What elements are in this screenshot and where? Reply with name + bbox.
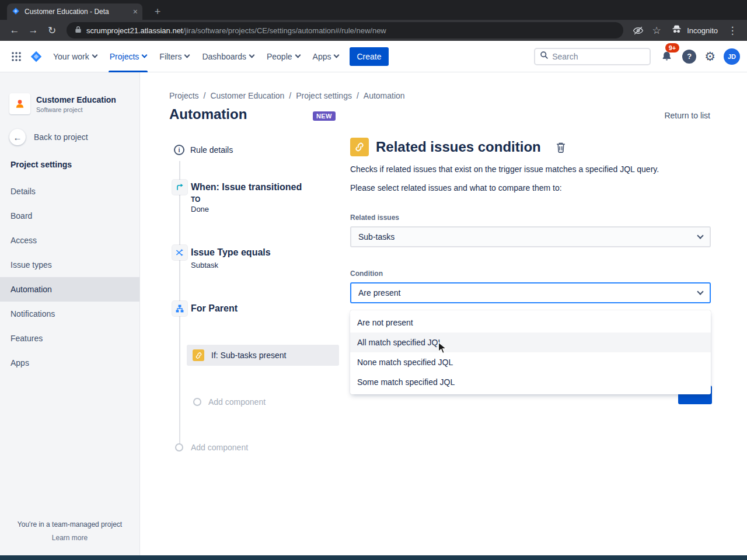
- step-trigger-title[interactable]: When: Issue transitioned: [191, 181, 302, 194]
- create-button[interactable]: Create: [350, 47, 388, 66]
- nav-projects[interactable]: Projects: [103, 41, 153, 72]
- condition-select[interactable]: Are present: [350, 282, 711, 303]
- forward-icon[interactable]: →: [25, 22, 42, 39]
- component-prompt: Please select related issues and what to…: [350, 182, 562, 194]
- sidebar-menu: Details Board Access Issue types Automat…: [0, 179, 139, 375]
- condition-value: Are present: [358, 288, 400, 298]
- option-all-match-jql[interactable]: All match specified JQL: [350, 332, 711, 352]
- sidebar-item-board[interactable]: Board: [0, 204, 139, 228]
- sidebar-section-title: Project settings: [11, 160, 72, 169]
- sidebar-item-automation[interactable]: Automation: [0, 277, 139, 302]
- notifications-badge: 9+: [665, 43, 680, 52]
- reload-icon[interactable]: ↻: [43, 22, 61, 39]
- back-to-project[interactable]: ← Back to project: [9, 129, 88, 145]
- sidebar-item-apps[interactable]: Apps: [0, 351, 139, 375]
- address-bar[interactable]: scrumproject21.atlassian.net/jira/softwa…: [67, 22, 623, 38]
- rule-details-label: Rule details: [190, 145, 233, 155]
- eye-hidden-icon[interactable]: [629, 22, 647, 39]
- nav-apps-label: Apps: [313, 52, 331, 61]
- incognito-icon: [671, 24, 682, 37]
- option-none-match-jql[interactable]: None match specified JQL: [350, 352, 711, 372]
- nav-filters[interactable]: Filters: [153, 41, 196, 72]
- url-text: scrumproject21.atlassian.net/jira/softwa…: [86, 26, 386, 35]
- jira-top-nav: Your work Projects Filters Dashboards Pe…: [0, 41, 747, 72]
- url-path: /jira/software/projects/CE/settings/auto…: [183, 26, 386, 35]
- add-component-circle-icon[interactable]: [193, 398, 201, 406]
- jira-logo-icon[interactable]: [26, 47, 47, 66]
- browser-tab[interactable]: Customer Education - Deta ×: [7, 4, 142, 20]
- condition-label: Condition: [350, 270, 383, 278]
- back-arrow-icon[interactable]: ←: [9, 129, 26, 145]
- issue-type-condition-icon[interactable]: [172, 245, 187, 260]
- nav-apps[interactable]: Apps: [306, 41, 345, 72]
- related-issues-condition-icon: [350, 138, 369, 156]
- option-are-not-present[interactable]: Are not present: [350, 313, 711, 332]
- browser-menu-icon[interactable]: ⋮: [724, 22, 741, 39]
- sidebar-item-details[interactable]: Details: [0, 179, 139, 204]
- global-search[interactable]: [534, 48, 651, 65]
- notifications-button[interactable]: 9+: [659, 49, 674, 64]
- related-issues-select[interactable]: Sub-tasks: [350, 226, 711, 247]
- step-subtasks-present[interactable]: If: Sub-tasks present: [187, 345, 339, 366]
- nav-dashboards[interactable]: Dashboards: [196, 41, 260, 72]
- incognito-label: Incognito: [687, 26, 718, 35]
- add-component-outer[interactable]: Add component: [191, 443, 248, 452]
- settings-gear-icon[interactable]: ⚙: [704, 50, 715, 62]
- breadcrumb-projects[interactable]: Projects: [169, 91, 199, 100]
- bottom-edge-strip: [0, 555, 747, 560]
- step-subtasks-present-label: If: Sub-tasks present: [211, 351, 286, 360]
- url-domain: scrumproject21.atlassian.net: [86, 26, 183, 35]
- breadcrumb-automation[interactable]: Automation: [364, 91, 405, 100]
- project-sidebar: Customer Education Software project ← Ba…: [0, 72, 140, 555]
- step-issue-type-title[interactable]: Issue Type equals: [191, 246, 271, 259]
- search-icon: [540, 51, 549, 62]
- project-header: Customer Education Software project: [9, 93, 116, 114]
- add-component-circle-icon[interactable]: [175, 443, 183, 452]
- team-managed-note: You're in a team-managed project: [0, 520, 139, 528]
- user-avatar[interactable]: JD: [724, 48, 740, 65]
- learn-more-link[interactable]: Learn more: [52, 534, 88, 542]
- tab-strip: Customer Education - Deta × +: [0, 0, 747, 20]
- page-title: Automation: [169, 106, 247, 123]
- rule-details-item[interactable]: i Rule details: [174, 145, 233, 155]
- incognito-indicator: Incognito: [666, 24, 722, 37]
- step-trigger-to-label: TO: [191, 195, 200, 204]
- nav-people-label: People: [267, 52, 292, 61]
- nav-filters-label: Filters: [159, 52, 181, 61]
- breadcrumb-settings[interactable]: Project settings: [296, 91, 352, 100]
- component-panel-header: Related issues condition: [350, 138, 569, 156]
- breadcrumb-separator: /: [289, 91, 291, 100]
- app-switcher-icon[interactable]: [7, 47, 26, 66]
- sidebar-item-notifications[interactable]: Notifications: [0, 302, 139, 326]
- sidebar-item-features[interactable]: Features: [0, 326, 139, 351]
- chevron-down-icon: [249, 52, 255, 58]
- step-trigger-value: Done: [191, 205, 209, 214]
- new-tab-button[interactable]: +: [149, 4, 166, 20]
- link-condition-icon: [193, 349, 204, 361]
- search-input[interactable]: [552, 52, 645, 61]
- back-icon[interactable]: ←: [6, 22, 23, 39]
- for-parent-branch-icon[interactable]: [172, 301, 187, 316]
- project-name: Customer Education: [36, 95, 116, 105]
- trigger-transition-icon[interactable]: [172, 180, 187, 195]
- sidebar-item-issue-types[interactable]: Issue types: [0, 253, 139, 277]
- nav-your-work[interactable]: Your work: [47, 41, 103, 72]
- related-issues-value: Sub-tasks: [358, 232, 395, 242]
- delete-component-button[interactable]: [553, 139, 569, 155]
- tab-favicon-jira-icon: [12, 7, 20, 17]
- step-for-parent-title[interactable]: For Parent: [191, 302, 238, 315]
- help-button[interactable]: ?: [682, 50, 696, 64]
- main-content: Projects / Customer Education / Project …: [141, 72, 747, 555]
- sidebar-item-access[interactable]: Access: [0, 228, 139, 253]
- option-some-match-jql[interactable]: Some match specified JQL: [350, 372, 711, 392]
- nav-your-work-label: Your work: [53, 52, 89, 61]
- tab-title: Customer Education - Deta: [25, 8, 128, 16]
- bookmark-star-icon[interactable]: ☆: [648, 22, 665, 39]
- browser-toolbar: ← → ↻ scrumproject21.atlassian.net/jira/…: [0, 20, 747, 41]
- tab-close-icon[interactable]: ×: [133, 8, 138, 16]
- chevron-down-icon: [295, 52, 301, 58]
- breadcrumb-project[interactable]: Customer Education: [210, 91, 284, 100]
- nav-people[interactable]: People: [260, 41, 306, 72]
- add-component-inner[interactable]: Add component: [208, 397, 266, 407]
- return-to-list-link[interactable]: Return to list: [664, 111, 710, 120]
